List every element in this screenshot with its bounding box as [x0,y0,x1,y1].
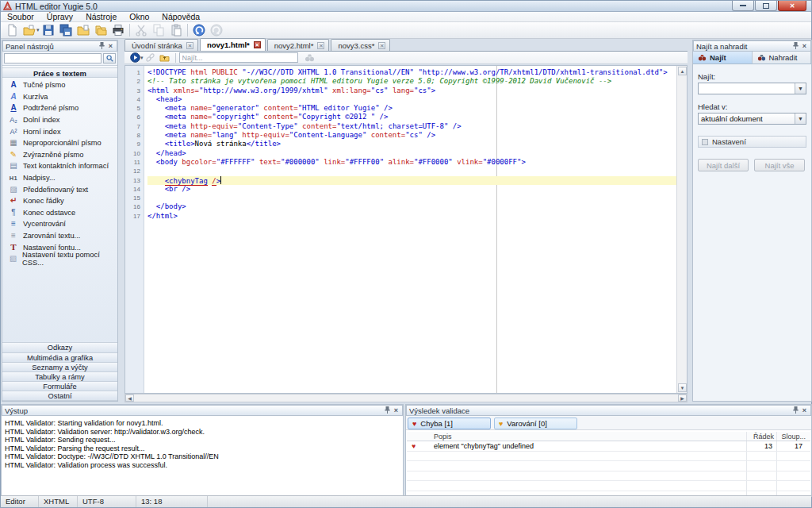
warnings-filter-button[interactable]: ♥ Varování [0] [494,418,577,429]
tool-item-nastaveni-textu-pomoci-css[interactable]: Nastavení textu pomocí CSS... [2,253,117,265]
settings-expander[interactable]: Nastavení [698,136,806,148]
code-line-5[interactable]: <meta name="generator" content="HTML edi… [147,104,676,113]
code-line-13[interactable]: <chybnyTag /> [147,176,676,185]
tool-item-zvyraznene-pismo[interactable]: Zvýrazněné písmo [2,149,117,161]
print-button[interactable] [109,23,127,38]
tool-item-horni-index[interactable]: Horní index [2,125,117,137]
quick-find-input[interactable] [179,52,298,63]
category-multimedia-a-grafika[interactable]: Multimédia a grafika [2,353,117,363]
close-panel-icon[interactable]: × [801,42,808,50]
menu-nastroje[interactable]: Nástroje [79,12,123,21]
new-file-button[interactable] [3,23,21,38]
pin-icon[interactable] [791,42,801,51]
tool-item-text-kontaktnich-informaci[interactable]: Text kontaktních informací [2,160,117,172]
tool-item-preddefinovany-text[interactable]: Předdefinovaný text [2,183,117,195]
errors-filter-button[interactable]: ♥ Chyba [1] [408,418,491,429]
category-seznamy-a-vycty[interactable]: Seznamy a výčty [2,363,117,372]
paste-button[interactable] [167,23,185,38]
tab-close-icon[interactable]: ✕ [378,42,385,49]
scope-dropdown-button[interactable]: ▼ [795,114,806,124]
vertical-scrollbar[interactable]: ▲ ▼ [676,66,687,393]
copy-button[interactable] [150,23,167,38]
pin-icon[interactable] [97,42,107,51]
close-button[interactable]: ✕ [778,1,806,11]
scroll-down-arrow[interactable]: ▼ [678,383,687,392]
maximize-button[interactable] [755,1,777,11]
link-button[interactable] [144,52,158,64]
code-line-10[interactable]: </head> [147,149,676,158]
scroll-up-arrow[interactable]: ▲ [678,67,687,75]
tools-search-input[interactable] [4,53,102,64]
code-line-11[interactable]: <body bgcolor="#FFFFFF" text="#000000" l… [147,158,676,167]
tool-item-kurziva[interactable]: Kurzíva [2,91,117,103]
code-line-9[interactable]: <title>Nová stránka</title> [147,140,676,148]
tool-item-dolni-index[interactable]: Dolní index [2,114,117,126]
menu-upravy[interactable]: Úpravy [40,12,79,21]
close-panel-icon[interactable]: × [393,406,400,414]
code-line-14[interactable]: <br /> [147,185,676,194]
tool-item-podtrzene-pismo[interactable]: Podtržené písmo [2,102,117,114]
combobox-dropdown-button[interactable]: ▼ [795,83,806,94]
open-dropdown-caret[interactable]: ▾ [36,27,40,33]
tab-novy1-html[interactable]: novy1.html*✕ [200,38,266,51]
find-next-button[interactable]: Najít další [698,159,749,171]
tab-novy2-html[interactable]: novy2.html*✕ [267,39,330,51]
redo-button[interactable] [208,23,225,38]
publish-button[interactable] [158,52,172,64]
scroll-left-arrow[interactable]: ◀ [125,394,134,402]
tool-item-neproporcionalni-pismo[interactable]: Neproporcionální písmo [2,137,117,149]
open-file-button[interactable] [21,23,38,38]
code-line-2[interactable]: <!-- Tato stránka je vytvořena pomocí HT… [147,77,676,86]
tab-close-icon[interactable]: ✕ [254,41,261,48]
menu-napoveda[interactable]: Nápověda [155,12,206,21]
find-all-button[interactable]: Najít vše [754,159,805,171]
code-line-16[interactable]: </body> [147,202,676,211]
pin-icon[interactable] [791,406,801,415]
category-tabulky-a-ramy[interactable]: Tabulky a rámy [2,372,117,382]
folder-copy-button[interactable] [92,23,109,38]
code-line-6[interactable]: <meta name="copyright" content="Copyrigh… [147,113,676,121]
code-line-12[interactable] [147,167,676,175]
code-content[interactable]: <!DOCTYPE html PUBLIC "-//W3C//DTD XHTML… [145,66,676,393]
tool-item-konec-odstavce[interactable]: Konec odstavce [2,207,117,219]
tab-close-icon[interactable]: ✕ [317,42,324,49]
close-panel-icon[interactable]: × [801,406,808,414]
tool-item-konec-radky[interactable]: Konec řádky [2,195,117,207]
tool-item-vycentrovani[interactable]: Vycentrování [2,218,117,230]
close-panel-icon[interactable]: × [107,42,114,50]
tab-close-icon[interactable]: ✕ [186,42,193,49]
code-line-15[interactable] [147,194,676,202]
section-header-text-tools[interactable]: Práce s textem [2,67,117,78]
cut-button[interactable] [132,23,150,38]
tool-item-zarovnani-textu[interactable]: Zarovnání textu... [2,230,117,242]
code-line-3[interactable]: <html xmlns="http://www.w3.org/1999/xhtm… [147,87,676,95]
category-formulare[interactable]: Formuláře [2,382,117,391]
category-odkazy[interactable]: Odkazy [2,343,117,352]
save-button[interactable] [40,23,57,38]
code-line-1[interactable]: <!DOCTYPE html PUBLIC "-//W3C//DTD XHTML… [147,68,676,77]
tab-novy3-css[interactable]: novy3.css*✕ [331,39,390,51]
menu-soubor[interactable]: Soubor [1,12,40,21]
tool-item-nadpisy[interactable]: Nadpisy... [2,172,117,184]
tab-find[interactable]: Najít [693,52,753,64]
menu-okno[interactable]: Okno [123,12,155,21]
scroll-right-arrow[interactable]: ▶ [678,394,687,402]
code-line-17[interactable]: </html> [147,212,676,221]
code-line-8[interactable]: <meta name="lang" http-equiv="Content-La… [147,131,676,140]
tools-search-button[interactable] [103,53,116,64]
code-editor[interactable]: 1234567891011121314151617 <!DOCTYPE html… [124,65,688,394]
scope-select[interactable]: aktuální dokument ▼ [698,113,806,125]
pin-icon[interactable] [382,406,393,415]
tab-uvodni-stranka[interactable]: Úvodní stránka✕ [124,39,198,51]
code-line-7[interactable]: <meta http-equiv="Content-Type" content=… [147,122,676,131]
undo-button[interactable] [190,23,208,38]
find-combobox[interactable]: ▼ [698,83,806,94]
validation-row[interactable]: ♥element "chybnyTag" undefined1317 [407,441,810,452]
minimize-button[interactable] [732,1,754,11]
category-ostatni[interactable]: Ostatní [2,391,117,401]
tab-replace[interactable]: Nahradit [753,52,812,64]
tool-item-tucne-pismo[interactable]: Tučné písmo [2,79,117,91]
save-all-button[interactable] [57,23,75,38]
folder-document-button[interactable] [75,23,92,38]
horizontal-scrollbar[interactable]: ◀ ▶ [124,394,688,402]
